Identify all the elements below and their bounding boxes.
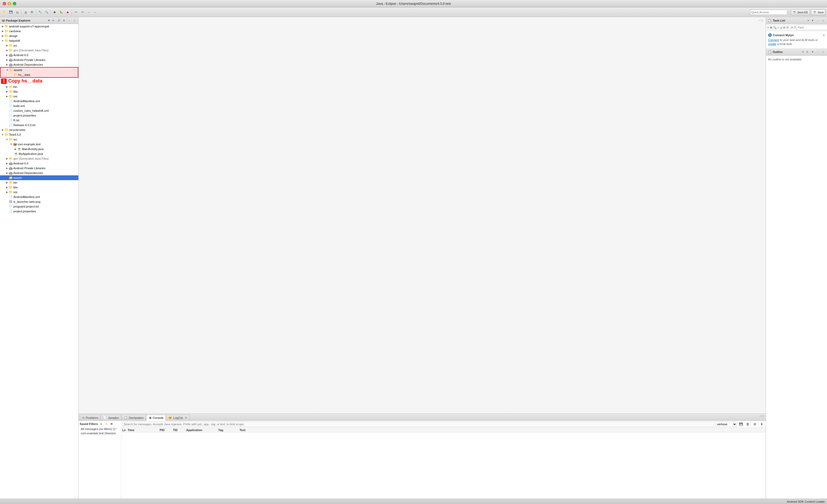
- list-item[interactable]: ▶ 📁 design: [0, 34, 78, 38]
- task-sort-btn[interactable]: ↕: [777, 24, 779, 30]
- list-item[interactable]: ▶ 📁 res: [0, 94, 78, 99]
- maximize-task-btn[interactable]: □: [821, 18, 825, 22]
- log-search-input[interactable]: [122, 422, 715, 427]
- list-item[interactable]: 📄 custom_rules_helpshift.xml: [0, 108, 78, 113]
- list-item[interactable]: ▶ 🤖 Android 6.0: [0, 53, 78, 57]
- list-item[interactable]: ▶ 📁 android-support-v7-appcompat: [0, 24, 78, 29]
- minimize-explorer-btn[interactable]: −: [67, 18, 71, 22]
- close-button[interactable]: [3, 2, 6, 5]
- task-collapse-btn[interactable]: ⊖: [783, 24, 785, 30]
- print-button[interactable]: 🖨: [22, 9, 29, 15]
- run-button[interactable]: ▶: [52, 9, 58, 15]
- list-item[interactable]: ▼ 📁 helpshift: [0, 38, 78, 43]
- edit-filter-btn[interactable]: ✏: [109, 422, 114, 426]
- refactor-button[interactable]: 🔧: [37, 9, 43, 15]
- minimize-panel-icon[interactable]: −: [760, 414, 761, 417]
- tab-console[interactable]: 🖥 Console: [146, 415, 166, 421]
- filter-item[interactable]: All messages (no filters) (1°: [80, 427, 120, 431]
- link-with-editor-btn[interactable]: 🔗: [56, 18, 61, 22]
- scroll-btn[interactable]: ⬇: [759, 421, 765, 427]
- list-item[interactable]: ▶ 📁 bin: [0, 85, 78, 89]
- list-item[interactable]: ▶ 📁 res: [0, 190, 78, 194]
- search-button[interactable]: 🔍: [44, 9, 50, 15]
- list-item[interactable]: 📄 build.xml: [0, 104, 78, 108]
- java-perspective[interactable]: ☕ Java: [811, 9, 825, 15]
- tab-declaration[interactable]: 📋 Declaration: [121, 414, 146, 421]
- list-item[interactable]: ▶ 📁 gen [Generated Java Files]: [0, 48, 78, 53]
- close-mylyn-btn[interactable]: ✕: [823, 34, 825, 37]
- task-menu-btn[interactable]: ▼: [811, 18, 815, 22]
- task-filter-btn[interactable]: 🔍: [773, 24, 777, 30]
- list-item[interactable]: ▶ 📁 libs: [0, 185, 78, 190]
- outline-collapse-btn[interactable]: ⊖: [805, 50, 810, 54]
- maximize-outline-btn[interactable]: □: [821, 50, 825, 54]
- list-item[interactable]: ▶ 🤖 Android Private Libraries: [0, 166, 78, 171]
- create-link[interactable]: create: [768, 42, 776, 46]
- clear-log-btn[interactable]: 🗑: [745, 421, 751, 427]
- minimize-button[interactable]: [8, 2, 11, 5]
- maximize-button[interactable]: [13, 2, 16, 5]
- next-button[interactable]: →: [86, 9, 92, 15]
- list-item[interactable]: 📄 project.properties: [0, 209, 78, 214]
- save-all-button[interactable]: 🗂: [14, 9, 20, 15]
- stop-button[interactable]: ■: [65, 9, 70, 15]
- maximize-editor-icon[interactable]: □: [761, 19, 763, 22]
- list-item[interactable]: 📄 AndroidManifest.xml: [0, 99, 78, 104]
- list-item[interactable]: ▶ 🤖 Android Dependencies: [0, 62, 78, 67]
- list-item[interactable]: ▶ 🤖 Android Private Libraries: [0, 57, 78, 62]
- list-item[interactable]: ▼ 📁 Test4.5.0: [0, 132, 78, 137]
- list-item[interactable]: ▶ 📁 bin: [0, 180, 78, 185]
- list-item[interactable]: ▶ 📁 gen [Generated Java Files]: [0, 156, 78, 161]
- collapse-all-btn[interactable]: ⊖: [51, 18, 55, 22]
- minimize-editor-icon[interactable]: −: [759, 19, 760, 22]
- list-item[interactable]: ▶ 📁 cardview: [0, 29, 78, 34]
- list-item[interactable]: 📄 AndroidManifest.xml: [0, 194, 78, 199]
- java-ee-perspective[interactable]: ☕ Java EE: [791, 9, 810, 15]
- tab-problems[interactable]: ⚠ Problems: [80, 414, 100, 421]
- list-item[interactable]: ▶ 🤖 Android 6.0: [0, 161, 78, 166]
- undo-button[interactable]: ↩: [73, 9, 79, 15]
- list-item[interactable]: ▶ 📁 recyclerview: [0, 127, 78, 132]
- list-item[interactable]: ▶ 🤖 Android Dependencies: [0, 171, 78, 175]
- list-item[interactable]: 📄 R.txt: [0, 118, 78, 123]
- connect-link[interactable]: Connect: [768, 38, 779, 42]
- list-item[interactable]: ▶ 📁 assets: [0, 175, 78, 180]
- task-view-btn[interactable]: ⊞: [770, 24, 772, 30]
- list-item[interactable]: 📄 proguard-project.txt: [0, 204, 78, 209]
- debug-button[interactable]: 🐛: [58, 9, 64, 15]
- save-log-btn[interactable]: 💾: [738, 421, 744, 427]
- minimize-task-btn[interactable]: −: [816, 18, 820, 22]
- list-item[interactable]: 🖼 ic_launcher-web.png: [0, 199, 78, 204]
- task-help-btn[interactable]: ?: [794, 24, 796, 30]
- properties-button[interactable]: ⚙: [29, 9, 35, 15]
- tab-logcat[interactable]: 🐱 LogCat ✕: [166, 414, 190, 421]
- toggle-view-btn[interactable]: ⊞: [752, 421, 758, 427]
- quick-access-input[interactable]: [750, 10, 787, 15]
- explorer-menu-btn[interactable]: ▼: [62, 18, 66, 22]
- task-group-btn[interactable]: ⊿: [780, 24, 782, 30]
- save-button[interactable]: 💾: [8, 9, 14, 15]
- new-button[interactable]: 📁: [2, 9, 7, 15]
- new-task-btn[interactable]: +: [767, 24, 769, 30]
- redo-button[interactable]: ↪: [80, 9, 85, 15]
- maximize-panel-icon[interactable]: □: [762, 414, 764, 417]
- maximize-explorer-btn[interactable]: □: [72, 18, 77, 22]
- verbose-select[interactable]: verbose: [716, 422, 737, 427]
- list-item[interactable]: ▶ ☕ MainActivity.java: [0, 147, 78, 152]
- remove-filter-btn[interactable]: −: [104, 422, 108, 426]
- list-item[interactable]: ☕ MyApplication.java: [0, 152, 78, 156]
- list-item[interactable]: 📁 hs__data: [1, 72, 78, 77]
- filter-item[interactable]: com.example.test (Session: [80, 431, 120, 435]
- add-filter-btn[interactable]: +: [99, 422, 103, 426]
- task-find-input[interactable]: [796, 25, 827, 30]
- task-settings-btn[interactable]: ✂: [791, 24, 793, 30]
- list-item[interactable]: 📄 project.properties: [0, 113, 78, 118]
- list-item[interactable]: ▼ 📦 com.example.test: [0, 142, 78, 147]
- tab-javadoc[interactable]: 📄 Javadoc: [101, 414, 121, 421]
- task-refresh-btn[interactable]: ↺: [786, 24, 789, 30]
- list-item[interactable]: 📄 Release-4.5.0.txt: [0, 123, 78, 127]
- list-item[interactable]: ▼ 📁 src: [0, 137, 78, 142]
- logcat-close-btn[interactable]: ✕: [184, 416, 188, 419]
- prev-button[interactable]: ←: [92, 9, 98, 15]
- minimize-outline-btn[interactable]: −: [816, 50, 820, 54]
